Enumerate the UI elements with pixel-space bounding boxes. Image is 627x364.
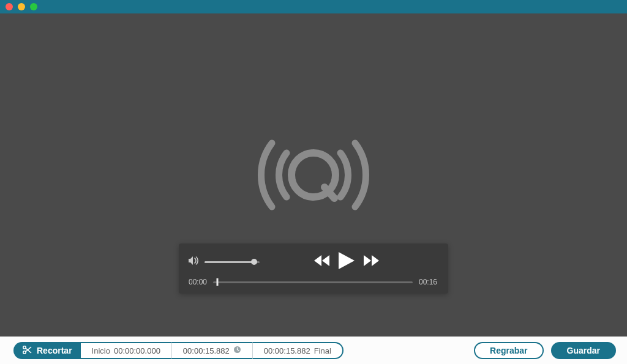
- trim-end-label: Final: [314, 346, 331, 355]
- trim-button[interactable]: Recortar: [13, 342, 81, 359]
- trim-end-cell[interactable]: 00:00:15.882 Final: [252, 342, 344, 359]
- volume-fill: [205, 261, 254, 263]
- trim-start-value: 00:00:00.000: [114, 346, 160, 355]
- trim-group: Recortar Inicio 00:00:00.000 00:00:15.88…: [13, 342, 344, 359]
- trim-button-label: Recortar: [37, 346, 72, 355]
- volume-icon[interactable]: [189, 256, 200, 268]
- player-controls: 00:00 00:16: [179, 243, 448, 294]
- trim-start-cell[interactable]: Inicio 00:00:00.000: [81, 342, 171, 359]
- app-logo-icon: [240, 132, 387, 218]
- scissors-icon: [22, 345, 32, 357]
- clock-icon: [233, 346, 241, 355]
- rerecord-button[interactable]: Regrabar: [474, 342, 543, 359]
- window-close-button[interactable]: [6, 3, 13, 10]
- progress-thumb[interactable]: [216, 278, 218, 286]
- time-total: 00:16: [419, 278, 437, 286]
- trim-end-value: 00:00:15.882: [264, 346, 310, 355]
- bottom-bar: Recortar Inicio 00:00:00.000 00:00:15.88…: [0, 336, 627, 364]
- trim-duration-cell[interactable]: 00:00:15.882: [171, 342, 252, 359]
- trim-start-label: Inicio: [92, 346, 110, 355]
- trim-duration-value: 00:00:15.882: [183, 346, 230, 355]
- rewind-button[interactable]: [314, 255, 330, 269]
- video-preview-area: 00:00 00:16: [0, 13, 627, 336]
- volume-thumb[interactable]: [251, 259, 257, 265]
- save-button-label: Guardar: [567, 346, 600, 355]
- progress-slider[interactable]: [213, 281, 413, 283]
- volume-slider[interactable]: [205, 261, 260, 263]
- titlebar: [0, 0, 627, 13]
- window-maximize-button[interactable]: [30, 3, 37, 10]
- forward-button[interactable]: [363, 255, 379, 269]
- play-button[interactable]: [339, 252, 355, 272]
- window-minimize-button[interactable]: [18, 3, 25, 10]
- rerecord-button-label: Regrabar: [490, 346, 527, 355]
- time-current: 00:00: [189, 278, 207, 286]
- save-button[interactable]: Guardar: [551, 342, 616, 359]
